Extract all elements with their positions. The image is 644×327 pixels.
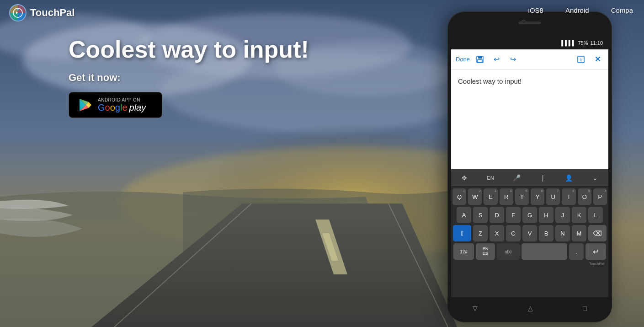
key-k[interactable]: K <box>572 207 586 223</box>
logo-icon <box>9 4 27 21</box>
logo[interactable]: TouchPal <box>9 4 75 21</box>
phone-screen: ▌▌▌▌ 75% 11:10 Done ↩ ↪ 1 ✕ Cooles <box>451 37 608 297</box>
play-brand-text: play <box>129 102 146 113</box>
close-button[interactable]: ✕ <box>591 53 604 66</box>
key-backspace[interactable]: ⌫ <box>588 225 607 241</box>
keyboard-keys: Q1 W2 E3 R4 T5 Y6 U7 I8 O9 P0 A S <box>451 187 608 268</box>
key-j[interactable]: J <box>555 207 570 223</box>
nav-home-button[interactable]: △ <box>528 305 533 312</box>
nav-tab-android[interactable]: Android <box>554 0 600 21</box>
signal-strength: ▌▌▌▌ <box>561 40 575 46</box>
app-header-bar: Done ↩ ↪ 1 ✕ <box>451 49 608 70</box>
key-shift[interactable]: ⇧ <box>453 225 471 241</box>
key-u[interactable]: U7 <box>546 188 560 205</box>
document-area: Coolest way to input! <box>451 70 608 169</box>
keyboard: ✥ EN 🎤 | 👤 ⌄ Q1 W2 E3 R4 T5 Y6 <box>451 169 608 297</box>
layout-button[interactable]: 1 <box>575 53 587 66</box>
undo-button[interactable]: ↩ <box>490 53 503 66</box>
key-n[interactable]: N <box>555 225 570 241</box>
battery-level: 75% <box>578 40 588 46</box>
key-row-4: 12# ENES abc . ↵ <box>452 243 607 260</box>
key-q[interactable]: Q1 <box>452 188 466 205</box>
key-y[interactable]: Y6 <box>531 188 544 205</box>
key-e[interactable]: E3 <box>484 188 497 205</box>
key-num-toggle[interactable]: 12# <box>453 243 474 260</box>
key-b[interactable]: B <box>539 225 554 241</box>
key-x[interactable]: X <box>490 225 504 241</box>
hero-content: Coolest way to input! Get it now: <box>69 37 309 118</box>
key-t[interactable]: T5 <box>515 188 529 205</box>
key-r[interactable]: R4 <box>500 188 513 205</box>
nav-tab-compat[interactable]: Compa <box>600 0 644 21</box>
nav-recents-button[interactable]: □ <box>583 305 587 312</box>
save-button[interactable] <box>474 53 486 66</box>
nav-back-button[interactable]: ▽ <box>473 305 478 312</box>
key-row-3: ⇧ Z X C V B N M ⌫ <box>452 225 607 241</box>
clock: 11:10 <box>590 40 603 46</box>
nav-tab-ios8[interactable]: iOS8 <box>517 0 554 21</box>
key-m[interactable]: M <box>572 225 586 241</box>
play-store-icon <box>77 97 93 113</box>
google-play-button[interactable]: ANDROID APP ON Google play <box>69 92 162 118</box>
kb-tool-mic[interactable]: 🎤 <box>510 174 523 182</box>
kb-tool-user[interactable]: 👤 <box>562 174 576 182</box>
play-button-bottom-line: Google play <box>98 102 146 113</box>
document-content: Coolest way to input! <box>458 76 601 87</box>
key-p[interactable]: P0 <box>593 188 607 205</box>
cta-label: Get it now: <box>69 72 309 84</box>
key-l[interactable]: L <box>588 207 603 223</box>
redo-button[interactable]: ↪ <box>506 53 519 66</box>
key-enter[interactable]: ↵ <box>585 243 606 260</box>
key-z[interactable]: Z <box>473 225 488 241</box>
touchpal-keyboard-label: TouchPal <box>589 262 604 266</box>
key-s[interactable]: S <box>473 207 488 223</box>
kb-tool-swipe[interactable]: ✥ <box>458 174 471 182</box>
key-v[interactable]: V <box>522 225 537 241</box>
key-c[interactable]: C <box>506 225 521 241</box>
svg-rect-14 <box>478 59 482 62</box>
key-h[interactable]: H <box>539 207 554 223</box>
key-language[interactable]: ENES <box>476 243 495 260</box>
key-g[interactable]: G <box>522 207 537 223</box>
svg-point-11 <box>17 9 19 11</box>
play-button-text: ANDROID APP ON Google play <box>98 97 146 113</box>
key-w[interactable]: W2 <box>468 188 482 205</box>
key-i[interactable]: I8 <box>562 188 575 205</box>
phone-mockup: ▌▌▌▌ 75% 11:10 Done ↩ ↪ 1 ✕ Cooles <box>447 11 612 322</box>
key-row-2: A S D F G H J K L <box>452 207 607 223</box>
svg-rect-13 <box>478 56 482 59</box>
key-abc: abc <box>497 243 520 260</box>
key-row-1: Q1 W2 E3 R4 T5 Y6 U7 I8 O9 P0 <box>452 188 607 205</box>
play-button-top-line: ANDROID APP ON <box>98 97 146 102</box>
key-space[interactable] <box>522 243 567 260</box>
phone-bottom-bar: ▽ △ □ <box>447 297 612 319</box>
key-f[interactable]: F <box>506 207 521 223</box>
touchpal-label-row: TouchPal <box>452 262 607 266</box>
key-period[interactable]: . <box>569 243 584 260</box>
kb-tool-expand[interactable]: ⌄ <box>588 174 602 182</box>
key-a[interactable]: A <box>457 207 471 223</box>
key-d[interactable]: D <box>490 207 504 223</box>
done-button[interactable]: Done <box>456 56 470 63</box>
google-brand-text: Google <box>98 102 128 113</box>
top-navigation: iOS8 Android Compa <box>517 0 644 21</box>
headline: Coolest way to input! <box>69 37 309 63</box>
logo-text: TouchPal <box>30 7 75 19</box>
svg-text:1: 1 <box>580 58 582 62</box>
kb-tool-lang[interactable]: EN <box>484 175 497 181</box>
key-o[interactable]: O9 <box>578 188 591 205</box>
phone-mockup-container: ▌▌▌▌ 75% 11:10 Done ↩ ↪ 1 ✕ Cooles <box>415 0 644 327</box>
kb-tool-cursor[interactable]: | <box>536 174 550 182</box>
status-bar: ▌▌▌▌ 75% 11:10 <box>451 37 608 49</box>
keyboard-toolbar: ✥ EN 🎤 | 👤 ⌄ <box>451 169 608 187</box>
